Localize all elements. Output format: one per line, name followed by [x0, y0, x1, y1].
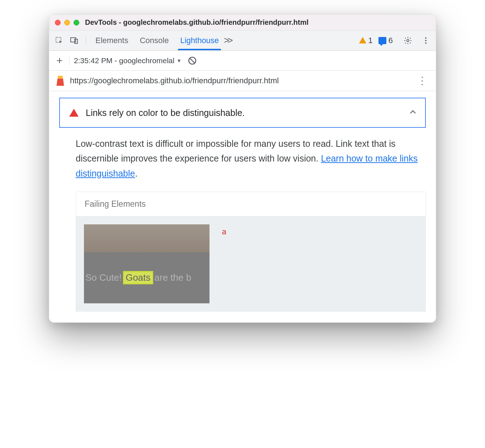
- report-label: 2:35:42 PM - googlechromelal: [74, 56, 174, 65]
- element-screenshot-thumbnail[interactable]: So Cute! Goats are the b: [84, 224, 209, 303]
- snippet-before: So Cute!: [85, 272, 122, 283]
- message-icon: [378, 37, 386, 44]
- element-tag-label[interactable]: a: [222, 227, 226, 236]
- failing-elements-body: So Cute! Goats are the b a: [76, 216, 425, 311]
- dropdown-arrow-icon: ▼: [176, 58, 182, 64]
- audit-title: Links rely on color to be distinguishabl…: [86, 108, 401, 118]
- clear-report-icon[interactable]: [186, 54, 199, 67]
- window-controls: [55, 20, 79, 25]
- tab-lighthouse[interactable]: Lighthouse: [180, 31, 219, 50]
- failing-elements-panel: Failing Elements So Cute! Goats are the …: [76, 192, 426, 312]
- warnings-number: 1: [368, 36, 373, 45]
- report-url: https://googlechromelabs.github.io/frien…: [70, 76, 410, 85]
- toolbar-divider: [86, 36, 86, 45]
- close-window-button[interactable]: [55, 20, 61, 25]
- warnings-count[interactable]: 1: [359, 36, 373, 45]
- window-title: DevTools - googlechromelabs.github.io/fr…: [85, 18, 309, 27]
- collapse-icon[interactable]: [408, 107, 418, 118]
- more-tabs-icon[interactable]: >>: [221, 35, 234, 46]
- issue-counts: 1 6: [359, 36, 393, 45]
- panel-tabs: Elements Console Lighthouse: [95, 31, 219, 50]
- minimize-window-button[interactable]: [64, 20, 70, 25]
- messages-number: 6: [389, 36, 393, 45]
- svg-point-5: [425, 40, 427, 41]
- svg-point-4: [425, 37, 427, 39]
- svg-point-6: [425, 42, 427, 44]
- report-menu-icon[interactable]: ⋮: [415, 76, 429, 86]
- audit-description: Low-contrast text is difficult or imposs…: [76, 136, 426, 181]
- snippet-after: are the b: [155, 272, 192, 283]
- subbar-divider: [69, 56, 70, 65]
- snippet-highlight: Goats: [123, 271, 153, 284]
- devtools-window: DevTools - googlechromelabs.github.io/fr…: [49, 14, 436, 323]
- failing-elements-header: Failing Elements: [76, 192, 425, 216]
- window-titlebar: DevTools - googlechromelabs.github.io/fr…: [49, 15, 436, 31]
- inspect-element-icon[interactable]: [53, 34, 66, 47]
- kebab-menu-icon[interactable]: [419, 34, 432, 47]
- thumbnail-text-region: So Cute! Goats are the b: [84, 252, 209, 303]
- report-selector[interactable]: 2:35:42 PM - googlechromelal ▼: [74, 56, 182, 65]
- svg-point-3: [407, 39, 409, 42]
- audit-header[interactable]: Links rely on color to be distinguishabl…: [59, 98, 426, 128]
- report-url-row: https://googlechromelabs.github.io/frien…: [49, 71, 436, 91]
- fail-triangle-icon: [69, 109, 79, 117]
- lighthouse-icon: [56, 76, 65, 86]
- audit-description-suffix: .: [135, 168, 137, 178]
- svg-line-8: [189, 58, 195, 63]
- messages-count[interactable]: 6: [378, 36, 393, 45]
- device-toolbar-icon[interactable]: [68, 34, 81, 47]
- warning-icon: [359, 37, 366, 43]
- new-report-button[interactable]: +: [54, 55, 65, 67]
- tab-elements[interactable]: Elements: [95, 31, 128, 50]
- tab-console[interactable]: Console: [140, 31, 169, 50]
- maximize-window-button[interactable]: [74, 20, 79, 25]
- report-content: Links rely on color to be distinguishabl…: [49, 91, 436, 322]
- lighthouse-toolbar: + 2:35:42 PM - googlechromelal ▼: [49, 51, 436, 71]
- thumbnail-image-region: [84, 224, 209, 252]
- settings-icon[interactable]: [401, 34, 414, 47]
- devtools-toolbar: Elements Console Lighthouse >> 1 6: [49, 31, 436, 51]
